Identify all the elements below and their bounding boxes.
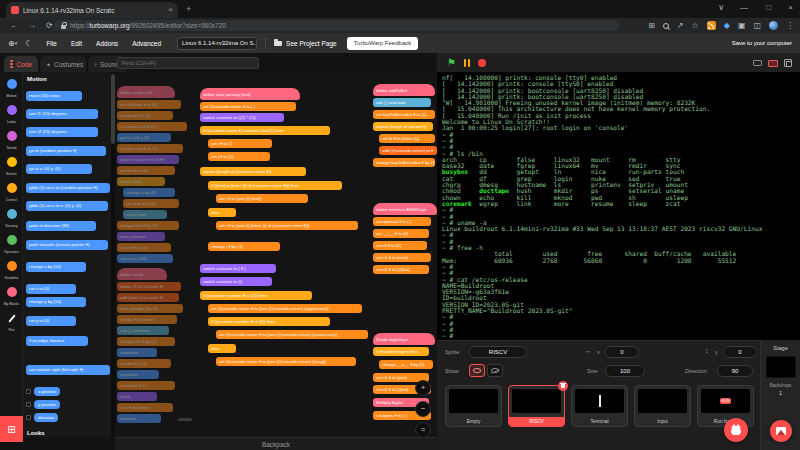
checkbox-icon[interactable] <box>26 402 31 407</box>
palette-block-point-towards-mouse-poin[interactable]: point towards (mouse-pointer ▾) <box>26 240 108 250</box>
sprite-x-input[interactable]: 0 <box>605 346 639 358</box>
script-block[interactable]: set idx ▾ to (1) <box>117 359 171 368</box>
save-to-computer-link[interactable]: Save to your computer <box>732 40 792 46</box>
add-sprite-button[interactable] <box>724 418 748 442</box>
script-block[interactable]: y position <box>117 370 159 379</box>
category-control[interactable]: Control <box>0 179 23 202</box>
tab-costumes[interactable]: ✦ Costumes <box>40 56 86 72</box>
bookmark-star-icon[interactable]: ☆ <box>692 21 699 31</box>
script-block[interactable]: change j ▾ by (1) <box>208 242 280 251</box>
script-block[interactable]: define addToBuf <box>373 84 435 96</box>
gem-extension-icon[interactable]: ◆ <box>724 21 730 31</box>
script-block[interactable]: set r/l ▾ to (0) <box>373 241 427 250</box>
back-icon[interactable]: ← <box>10 21 18 30</box>
pause-icon[interactable] <box>464 59 471 67</box>
palette-block-if-on-edge-bounce[interactable]: if on edge, bounce <box>26 336 88 346</box>
script-block[interactable]: show <box>117 392 157 401</box>
script-block[interactable]: set i ▾ to ( ) <box>208 139 272 148</box>
script-block[interactable]: set @unicode.return ▾ to (join (@unicode… <box>208 304 362 313</box>
script-block[interactable]: set fps ▾ to (timer) <box>117 315 177 324</box>
script-block[interactable]: set v2 ▾ to (@buf) <box>373 265 429 274</box>
script-block[interactable]: change idx ▾ by (1) <box>117 337 175 346</box>
horizontal-scrollbar[interactable] <box>178 418 192 421</box>
small-stage-icon[interactable] <box>753 60 762 66</box>
palette-block-move-10-steps[interactable]: move (10) steps <box>26 91 82 101</box>
stage-selector-panel[interactable]: Stage Backdrops 1 <box>760 340 800 450</box>
script-block[interactable]: if ((costume number ▾) = (3)) then <box>208 317 330 326</box>
script-block[interactable]: set keyToBuf.index ▾ to (1) <box>373 110 435 119</box>
palette-block-turn-15-degrees[interactable]: turn ↺ (15) degrees <box>26 127 98 137</box>
script-block[interactable]: next costume <box>117 232 165 241</box>
zoom-in-icon[interactable]: + <box>415 380 431 396</box>
category-my-blocks[interactable]: My Blocks <box>0 283 23 306</box>
see-project-page-link[interactable]: See Project Page <box>286 40 337 47</box>
palette-block-turn-15-degrees[interactable]: turn ↻ (15) degrees <box>26 109 98 119</box>
script-block[interactable]: define render tick <box>117 86 175 98</box>
script-block[interactable]: switch costume to (i) <box>200 277 272 286</box>
script-block[interactable]: if ((text) = (letter (j) of (costume nam… <box>208 181 342 190</box>
stop-icon[interactable] <box>478 59 486 67</box>
palette-block-point-in-direction-90-[interactable]: point in direction (90) <box>26 221 96 231</box>
script-block[interactable]: change __x__ ▾ by (1) <box>379 360 433 369</box>
script-block[interactable]: set cursor.x ▾ to (1) <box>117 122 187 131</box>
category-events[interactable]: Events <box>0 153 23 176</box>
script-block[interactable]: ask ( ) and wait <box>373 98 431 107</box>
browser-menu-icon[interactable]: ⋮ <box>786 21 794 31</box>
script-block[interactable]: if ((costume name ▾) contains (text)?) t… <box>200 126 330 135</box>
script-block[interactable]: add (@unicode.return) to ▾ <box>379 146 437 155</box>
script-block[interactable]: define core parsing (text) <box>200 88 300 100</box>
backdrop-thumbnail[interactable] <box>766 356 796 378</box>
script-block[interactable]: set j ▾ to (1) <box>208 152 270 161</box>
script-block[interactable]: repeat (length of (answer)) <box>373 122 433 131</box>
add-extension-button[interactable]: ⊞ <box>0 416 23 442</box>
script-block[interactable]: set draw ▾ to (0) <box>117 111 173 120</box>
script-block[interactable]: set @unicode.return ▾ to (join (@unicode… <box>216 357 356 366</box>
script-block[interactable]: direction <box>117 414 161 423</box>
checkbox-icon[interactable] <box>26 415 31 420</box>
scripts-workspace[interactable]: define render tickset @fb.line ▾ to (0)s… <box>115 72 437 437</box>
script-block[interactable]: if ((costume number ▾) = (2)) then <box>200 291 312 300</box>
script-block[interactable]: add (row) to (screen ▾) <box>117 293 179 302</box>
category-variables[interactable]: Variables <box>0 257 23 280</box>
palette-block-go-to-random-position-[interactable]: go to (random position ▾) <box>26 146 106 156</box>
script-block[interactable]: ask ( ) and wait <box>117 326 169 335</box>
monitor-toggle-direction[interactable]: direction <box>26 413 58 422</box>
sprite-y-input[interactable]: 0 <box>723 346 757 358</box>
script-block[interactable]: x position <box>117 348 157 357</box>
script-block[interactable]: set @unicode.return ▾ to (join (@unicode… <box>216 330 368 339</box>
script-block[interactable]: set @fb.line ▾ to (0) <box>117 100 181 109</box>
script-block[interactable]: set x to (-232) <box>117 254 173 263</box>
theme-moon-icon[interactable]: ☾ <box>25 39 32 48</box>
profile-avatar[interactable] <box>769 21 778 30</box>
monitor-toggle-x-position[interactable]: x position <box>26 387 60 396</box>
show-visible-button[interactable] <box>469 364 485 377</box>
sprite-card-terminal[interactable]: Terminal <box>571 385 628 427</box>
script-block[interactable]: repeat (length of (costume name ▾)) <box>200 167 306 176</box>
script-block[interactable]: set pen.size ▾ to (1) <box>117 144 183 153</box>
sprite-card-riscv[interactable]: RISCV <box>508 385 565 427</box>
script-block[interactable]: set row ▾ to ( ) <box>117 381 175 390</box>
green-flag-icon[interactable]: ⚑ <box>447 58 456 68</box>
sprite-card-empty[interactable]: Empty <box>445 385 502 427</box>
script-block[interactable]: change x by (8) <box>123 188 175 197</box>
feedback-button[interactable]: TurboWarp Feedback <box>347 37 419 50</box>
palette-block-set-rotation-style-left-[interactable]: set rotation style (left-right ▾) <box>26 365 110 375</box>
monitor-toggle-y-position[interactable]: y position <box>26 400 60 409</box>
script-block[interactable]: set ltr ▾ to (letter (i)) <box>379 134 435 143</box>
script-block[interactable]: hide variable (fps ▾) <box>117 304 183 313</box>
category-sound[interactable]: Sound <box>0 127 23 150</box>
menu-addons[interactable]: Addons <box>96 40 118 47</box>
script-block[interactable]: delete (1) of (screen ▾) <box>117 282 181 291</box>
install-icon[interactable]: ⊞ <box>648 21 655 31</box>
palette-block-set-y-to-0-[interactable]: set y to (0) <box>26 316 76 326</box>
language-globe-icon[interactable]: ⊕ <box>8 39 15 48</box>
script-block[interactable]: set i ▾ to (join (i) (text)) <box>216 194 308 203</box>
script-block[interactable]: set t ▾ to (timer) <box>117 403 173 412</box>
forward-icon[interactable]: → <box>28 21 36 30</box>
script-block[interactable]: define scroll <box>117 268 167 280</box>
share-icon[interactable]: ↗ <box>677 21 684 31</box>
script-block[interactable]: change line ▾ by (1) <box>117 221 179 230</box>
script-block[interactable]: set @unicode.return ▾ to ( ) <box>200 102 296 111</box>
window-minimize-icon[interactable]: — <box>740 3 748 12</box>
find-input[interactable] <box>117 57 259 69</box>
